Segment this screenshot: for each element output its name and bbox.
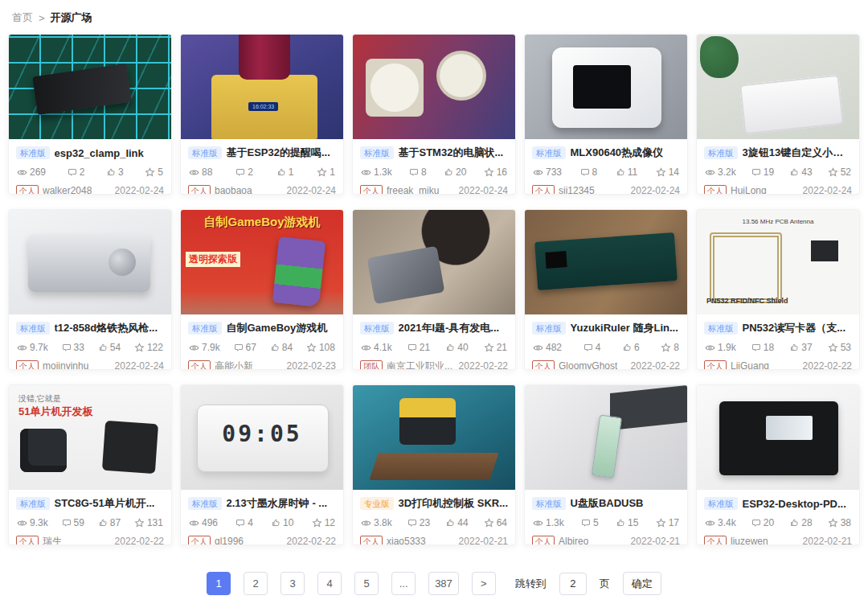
owner-name[interactable]: LiiGuang [731,360,769,370]
eye-icon [705,167,715,178]
project-title[interactable]: 基于STM32的电脑状... [399,146,509,160]
eye-icon [189,167,199,178]
card-content: 标准版 YuzukiRuler 随身Lin... 482 4 6 [525,314,687,370]
project-card[interactable]: 自制GameBoy游戏机透明探索版 标准版 自制GameBoy游戏机 7.9k … [180,209,344,370]
page-button-1[interactable]: 1 [207,572,231,595]
project-card[interactable]: 09:05 标准版 2.13寸墨水屏时钟 - ... 496 4 10 [180,384,344,545]
project-card[interactable]: 标准版 U盘版BADUSB 1.3k 5 15 17 [524,384,688,545]
owner-type-badge: 个人 [16,536,39,546]
edition-badge: 标准版 [188,146,222,159]
stars-count: 17 [656,516,679,529]
page-button-5[interactable]: 5 [354,572,379,595]
page-button-4[interactable]: 4 [317,572,342,595]
project-card[interactable]: 专业版 3D打印机控制板 SKR... 3.8k 23 44 [352,384,516,545]
project-title[interactable]: MLX90640热成像仪 [571,146,681,160]
owner-name[interactable]: freeak_miku [387,185,439,195]
project-title[interactable]: ESP32-Desktop-PD... [743,498,853,510]
publish-date: 2022-02-22 [287,536,336,545]
owner-name[interactable]: gl1996 [215,536,244,545]
project-title[interactable]: t12-858d烙铁热风枪... [55,321,165,335]
likes-count: 20 [444,166,466,179]
project-stats: 3.8k 23 44 64 [360,516,508,529]
owner-type-badge: 个人 [532,360,555,371]
project-card[interactable]: 16:02:33 标准版 基于ESP32的提醒喝... 88 2 1 [180,34,344,195]
star-icon [484,343,494,353]
breadcrumb-home[interactable]: 首页 [12,10,33,25]
owner-name[interactable]: Albireo [559,536,588,545]
owner-name[interactable]: GloomyGhost [559,360,617,370]
project-title[interactable]: 3D打印机控制板 SKR... [399,496,509,511]
project-stats: 482 4 6 8 [532,341,680,354]
edition-badge: 标准版 [188,497,222,510]
owner-name[interactable]: walker2048 [43,185,92,195]
project-card[interactable]: 标准版 MLX90640热成像仪 733 8 11 14 [524,34,688,195]
owner-name[interactable]: baobaoa [215,185,252,195]
jump-page-input[interactable] [559,573,587,595]
card-meta: 个人 Albireo 2022-02-21 [532,535,680,545]
project-card[interactable]: 标准版 3旋钮13键自定义小键盘 3.2k 19 43 52 [696,34,860,195]
owner-name[interactable]: 南京工业职业... [387,360,452,371]
next-page-button[interactable]: > [472,572,496,595]
card-content: 标准版 STC8G-51单片机开... 9.3k 59 87 [9,490,171,545]
publish-date: 2022-02-21 [631,536,680,545]
project-title[interactable]: 2.13寸墨水屏时钟 - ... [227,496,337,511]
project-title[interactable]: PN532读写卡器（支... [743,321,853,335]
owner-name[interactable]: liuzewen [731,536,768,545]
project-title[interactable]: U盘版BADUSB [571,496,681,511]
star-icon [484,167,494,178]
project-title[interactable]: 自制GameBoy游戏机 [227,321,337,335]
thumbnail-text: 51单片机开发板 [18,405,92,419]
project-card[interactable]: 标准版 esp32_clamp_link 269 2 3 5 [8,34,172,195]
stars-count: 14 [656,166,679,179]
owner-name[interactable]: 瑞生 [43,535,62,546]
project-card[interactable]: 没错,它就是51单片机开发板 标准版 STC8G-51单片机开... 9.3k … [8,384,172,545]
page-button-...[interactable]: ... [391,572,416,595]
publish-date: 2022-02-24 [803,185,852,195]
card-meta: 个人 liuzewen 2022-02-21 [704,535,852,545]
project-thumbnail [353,210,515,314]
publish-date: 2022-02-24 [115,360,164,370]
thumbs-up-icon [271,518,280,528]
publish-date: 2022-02-22 [803,360,852,370]
edition-badge: 标准版 [16,497,50,510]
likes-count: 43 [789,166,812,179]
page-button-387[interactable]: 387 [428,572,459,595]
page-button-2[interactable]: 2 [244,572,268,595]
views-count: 9.3k [17,516,48,529]
card-meta: 个人 mojinyinhu 2022-02-24 [16,360,164,370]
eye-icon [705,343,715,353]
project-title[interactable]: 2021年I题-具有发电... [399,321,509,335]
owner-type-badge: 个人 [188,536,211,546]
owner-name[interactable]: xiao5333 [387,536,426,545]
likes-count: 6 [622,341,640,354]
jump-confirm-button[interactable]: 确定 [623,572,661,595]
project-title[interactable]: esp32_clamp_link [55,147,165,159]
owner-name[interactable]: HuiLong [731,185,767,195]
project-card[interactable]: 标准版 基于STM32的电脑状... 1.3k 8 20 16 [352,34,516,195]
project-thumbnail: 自制GameBoy游戏机透明探索版 [181,210,343,314]
page-button-3[interactable]: 3 [280,572,305,595]
comment-icon [581,518,591,528]
project-title[interactable]: 3旋钮13键自定义小键盘 [743,146,853,160]
project-title[interactable]: STC8G-51单片机开... [55,496,165,511]
eye-icon [705,518,715,528]
project-card[interactable]: 标准版 ESP32-Desktop-PD... 3.4k 20 28 [696,384,860,545]
comments-count: 4 [583,341,601,354]
owner-type-badge: 个人 [188,360,211,371]
card-meta: 个人 高能小新 2022-02-23 [188,360,336,370]
owner-name[interactable]: sjj12345 [559,185,595,195]
project-title[interactable]: 基于ESP32的提醒喝... [227,146,337,160]
project-card[interactable]: 标准版 YuzukiRuler 随身Lin... 482 4 6 [524,209,688,370]
card-content: 标准版 基于STM32的电脑状... 1.3k 8 20 16 [353,139,515,195]
owner-name[interactable]: mojinyinhu [43,360,88,370]
breadcrumb: 首页 > 开源广场 [0,0,868,30]
comment-icon [235,167,245,177]
owner-type-badge: 个人 [16,360,39,371]
owner-name[interactable]: 高能小新 [215,360,253,371]
project-card[interactable]: 标准版 t12-858d烙铁热风枪... 9.7k 33 54 [8,209,172,370]
project-card[interactable]: 标准版 2021年I题-具有发电... 4.1k 21 40 [352,209,516,370]
card-content: 标准版 t12-858d烙铁热风枪... 9.7k 33 54 [9,314,171,370]
project-card[interactable]: 13.56 MHz PCB AntennaPN532 RFID/NFC Shie… [696,209,860,370]
project-title[interactable]: YuzukiRuler 随身Lin... [571,321,681,335]
thumbnail-text: 09:05 [181,421,343,447]
